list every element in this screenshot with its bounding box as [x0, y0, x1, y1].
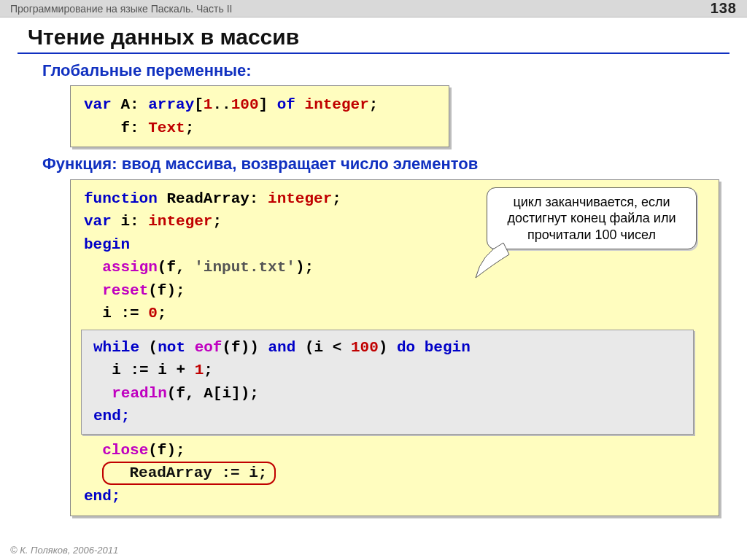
code-line: i := i + 1;	[93, 359, 681, 382]
code-line: reset(f);	[84, 279, 705, 303]
code-line: close(f);	[84, 439, 705, 462]
slide-title: Чтение данных в массив	[18, 22, 729, 51]
callout-bubble: цикл заканчивается, если достигнут конец…	[487, 187, 697, 250]
code-line: var A: array[1..100] of integer;	[84, 93, 436, 117]
code-line: assign(f, 'input.txt');	[84, 256, 705, 279]
code-function: цикл заканчивается, если достигнут конец…	[70, 179, 719, 516]
code-globals: var A: array[1..100] of integer; f: Text…	[70, 85, 449, 147]
callout-tail-icon	[474, 236, 518, 279]
code-line: while (not eof(f)) and (i < 100) do begi…	[93, 336, 681, 359]
title-rule	[18, 52, 729, 54]
code-line: end;	[93, 405, 681, 428]
copyright: © К. Поляков, 2006-2011	[10, 545, 118, 556]
return-pill: ReadArray := i;	[102, 462, 276, 485]
topbar: Программирование на языке Паскаль. Часть…	[0, 0, 747, 18]
code-line: readln(f, A[i]);	[93, 382, 681, 405]
subtitle-globals: Глобальные переменные:	[18, 61, 729, 79]
code-line: end;	[84, 485, 705, 508]
slide: Чтение данных в массив Глобальные переме…	[0, 18, 747, 516]
code-line: ReadArray := i;	[84, 462, 705, 485]
code-line: i := 0;	[84, 302, 705, 325]
doc-title: Программирование на языке Паскаль. Часть…	[10, 3, 232, 15]
code-highlight-block: while (not eof(f)) and (i < 100) do begi…	[81, 330, 694, 435]
code-line: f: Text;	[84, 117, 436, 140]
subtitle-function: Функция: ввод массива, возвращает число …	[18, 155, 729, 173]
callout-text: цикл заканчивается, если достигнут конец…	[508, 195, 676, 242]
page-number: 138	[711, 0, 737, 17]
